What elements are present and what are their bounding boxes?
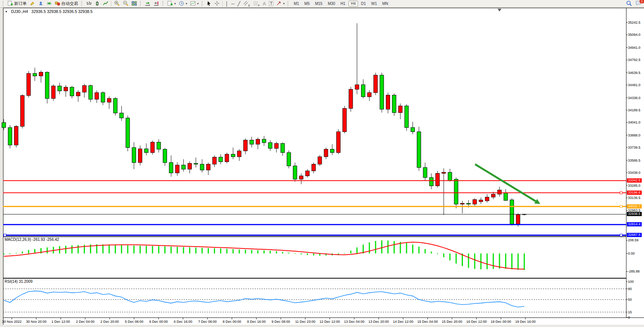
- chart-canvas[interactable]: [0, 0, 644, 327]
- price-tick-label: 33888.0: [628, 133, 641, 137]
- time-axis-label: 2 Dec 20:00: [100, 320, 119, 324]
- time-axis-label: 13 Dec 20:00: [368, 320, 389, 324]
- candle: [82, 85, 86, 92]
- chart-header: ▼ DJ30-,H4 32936.5 32938.5 32936.5 32938…: [5, 9, 93, 14]
- time-axis-label: 15 Dec 20:00: [442, 320, 463, 324]
- candle: [473, 200, 477, 204]
- time-axis-label: 16 Dec 12:00: [466, 320, 487, 324]
- time-axis-label: 8 Dec 16:00: [247, 320, 266, 324]
- candle: [330, 149, 334, 153]
- time-axis-label: 7 Dec 08:00: [198, 320, 217, 324]
- price-tick-label: 34941.0: [628, 46, 641, 50]
- candle: [411, 128, 415, 132]
- candle: [200, 164, 204, 170]
- candle: [423, 168, 427, 178]
- candle: [368, 93, 371, 97]
- candle: [293, 166, 297, 179]
- candle: [287, 152, 291, 166]
- rsi-tick-label: 0: [628, 316, 630, 319]
- candle: [417, 132, 421, 168]
- time-axis-label: 8 Dec 00:00: [223, 320, 241, 324]
- price-tick-label: 33136.5: [628, 196, 641, 200]
- candle: [250, 140, 254, 144]
- candle: [244, 140, 247, 151]
- candle: [405, 106, 408, 128]
- time-axis-label: 13 Dec 04:00: [344, 320, 365, 324]
- candle: [442, 172, 446, 173]
- candle: [163, 149, 167, 163]
- line-selection-marker[interactable]: [4, 234, 6, 236]
- candle: [51, 86, 55, 99]
- candle: [386, 95, 390, 109]
- chart-shift-marker: [498, 9, 501, 11]
- macd-tick-label: 0.00: [628, 252, 635, 255]
- candle: [95, 93, 99, 99]
- candle: [21, 96, 24, 127]
- price-tick-label: 34639.5: [628, 71, 641, 75]
- line-selection-marker[interactable]: [620, 192, 622, 194]
- rsi-tick-label: 50: [628, 298, 632, 301]
- macd-signal-line: [4, 242, 524, 269]
- candle: [485, 197, 489, 201]
- time-axis-label: 30 Nov 2022: [2, 320, 21, 324]
- candle: [398, 106, 402, 112]
- candle: [337, 132, 340, 153]
- candle: [76, 92, 80, 96]
- time-axis-label: 19 Dec 00:00: [491, 320, 511, 324]
- price-tick-label: 33586.5: [628, 159, 641, 162]
- candle: [305, 171, 309, 176]
- macd-indicator-label: MACD(12,26,9) -261.93 -256.42: [5, 237, 59, 242]
- time-axis-label: 15 Dec 04:00: [418, 320, 438, 324]
- candle: [504, 193, 507, 200]
- symbol-menu-icon[interactable]: ▼: [5, 10, 8, 13]
- candle: [27, 74, 31, 96]
- time-axis-label: 14 Dec 12:00: [393, 320, 413, 324]
- candle: [107, 98, 111, 102]
- macd-tick-label: -285.88: [628, 269, 640, 273]
- candle: [256, 139, 260, 144]
- candle: [188, 164, 192, 169]
- price-level-label: 32687.8: [627, 233, 642, 237]
- candle: [8, 128, 12, 145]
- candle: [169, 162, 173, 173]
- candle: [343, 108, 347, 131]
- line-selection-marker[interactable]: [620, 234, 622, 236]
- candle: [238, 151, 241, 157]
- candle: [355, 85, 359, 89]
- candle: [157, 142, 161, 149]
- candle: [14, 126, 18, 145]
- candle: [58, 86, 61, 91]
- candle: [510, 200, 514, 224]
- price-tick-label: 34491.0: [628, 83, 641, 87]
- candle: [126, 118, 130, 148]
- candle: [436, 173, 440, 186]
- candle: [448, 172, 452, 181]
- candle: [114, 98, 117, 113]
- candle: [318, 157, 322, 164]
- line-selection-marker[interactable]: [620, 205, 622, 208]
- price-tick-label: 34338.0: [628, 96, 641, 100]
- candle: [64, 87, 68, 91]
- time-axis-label: 1 Dec 12:00: [51, 320, 70, 324]
- time-axis-label: 2 Dec 04:00: [76, 320, 95, 324]
- candle: [89, 85, 93, 99]
- time-axis-label: 9 Dec 08:00: [271, 320, 290, 324]
- price-level-label: 32814.4: [627, 222, 642, 226]
- price-tick-label: 33285.0: [628, 184, 641, 188]
- time-axis-label: 5 Dec 08:00: [125, 320, 143, 324]
- macd-histogram: [3, 240, 525, 270]
- time-axis-label: 12 Dec 12:00: [320, 320, 340, 324]
- price-level-label: 33342.5: [627, 178, 642, 183]
- candle: [231, 154, 235, 157]
- candle: [498, 190, 501, 194]
- price-tick-label: 33438.0: [628, 171, 641, 175]
- candle: [194, 164, 198, 164]
- candle: [268, 143, 272, 148]
- candle: [120, 113, 124, 118]
- candle: [454, 179, 458, 204]
- candle: [175, 165, 179, 173]
- rsi-tick-label: 15: [628, 310, 632, 314]
- time-axis-label: 6 Dec 00:00: [149, 320, 168, 324]
- candle: [33, 74, 37, 76]
- price-tick-label: 34189.5: [628, 108, 641, 112]
